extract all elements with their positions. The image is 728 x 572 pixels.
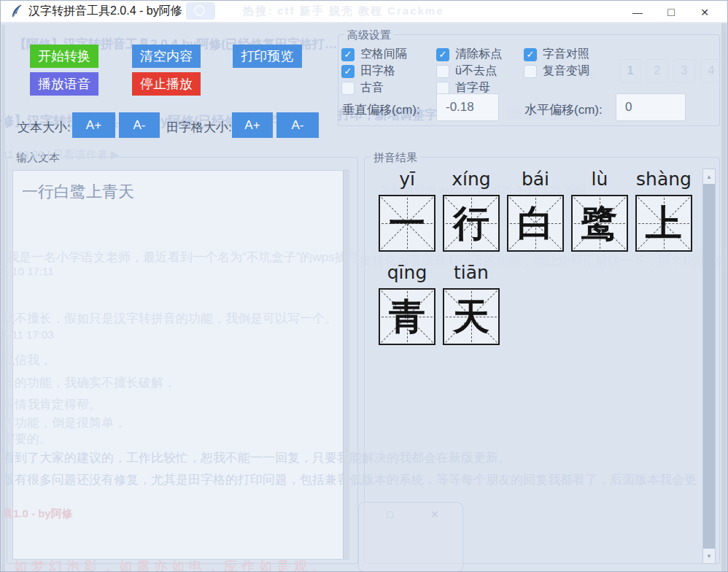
pinyin-cell: qīng 青 bbox=[379, 260, 435, 345]
pinyin-cell: yī 一 bbox=[379, 167, 435, 252]
window-title: 汉字转拼音工具2.0.4 - by阿修 bbox=[28, 4, 182, 19]
chinese-character: 白 bbox=[508, 196, 562, 250]
pinyin-scrollbar[interactable]: ▲ ▼ bbox=[702, 169, 716, 564]
checkbox-box bbox=[524, 65, 537, 78]
pinyin-label: tiān bbox=[443, 260, 500, 288]
pinyin-cell: shàng 上 bbox=[635, 167, 692, 252]
window-left-edge bbox=[1, 25, 5, 572]
checkbox-box bbox=[341, 82, 355, 95]
tianzige-grid: 天 bbox=[443, 288, 500, 345]
tianzige-grid: 一 bbox=[379, 195, 435, 252]
checkbox-tianzige[interactable]: 田字格 bbox=[341, 63, 395, 79]
tianzige-grid: 行 bbox=[443, 195, 500, 252]
pinyin-cell: tiān 天 bbox=[443, 260, 500, 345]
window-right-edge bbox=[721, 23, 727, 572]
tianzige-grid: 青 bbox=[379, 288, 435, 345]
text-size-increase-button[interactable]: A+ bbox=[72, 112, 115, 138]
start-convert-button[interactable]: 开始转换 bbox=[30, 45, 98, 68]
text-size-decrease-button[interactable]: A- bbox=[119, 112, 160, 138]
tianzige-grid: 上 bbox=[635, 195, 692, 252]
ghost-icon-blob bbox=[507, 107, 522, 119]
pinyin-result-legend: 拼音结果 bbox=[371, 151, 420, 165]
app-icon-feather bbox=[10, 4, 23, 18]
pinyin-cell: xíng 行 bbox=[443, 167, 500, 252]
window-controls: — □ ✕ bbox=[621, 1, 721, 23]
ghost-hot-search-text: 热搜: ctf 新手 脱壳 教程 Crackme bbox=[243, 4, 444, 18]
app-window: 热搜: ctf 新手 脱壳 教程 Crackme 汉字转拼音工具2.0.4 - … bbox=[0, 0, 728, 572]
vertical-offset-label: 垂直偏移(cm): bbox=[342, 101, 420, 118]
pinyin-cells-container: yī 一 xíng 行 bái 白 lù 鹭 shàng 上 qīng 青 ti… bbox=[379, 167, 701, 345]
close-button[interactable]: ✕ bbox=[688, 1, 721, 23]
ghost-page-number: 2 bbox=[646, 59, 668, 82]
pinyin-label: xíng bbox=[443, 167, 500, 195]
minimize-button[interactable]: — bbox=[621, 1, 654, 23]
pinyin-label: lù bbox=[571, 167, 628, 195]
chinese-character: 上 bbox=[637, 196, 691, 250]
grid-size-label: 田字格大小: bbox=[166, 119, 232, 136]
horizontal-offset-input[interactable] bbox=[616, 93, 686, 121]
input-text-legend: 输入文本 bbox=[13, 151, 63, 165]
grid-size-decrease-button[interactable]: A- bbox=[276, 112, 319, 138]
chinese-character: 一 bbox=[380, 196, 434, 250]
checkbox-clear-punctuation[interactable]: 清除标点 bbox=[436, 47, 502, 62]
pinyin-label: qīng bbox=[379, 260, 435, 288]
checkbox-box bbox=[436, 82, 449, 95]
tianzige-grid: 白 bbox=[507, 195, 564, 252]
ghost-window: □✕ bbox=[358, 502, 463, 572]
checkbox-space-gap[interactable]: 空格间隔 bbox=[341, 47, 407, 62]
checkbox-box bbox=[341, 65, 355, 78]
pinyin-cell: bái 白 bbox=[507, 167, 564, 252]
input-scrollbar[interactable] bbox=[343, 171, 349, 559]
chinese-character: 鹭 bbox=[573, 196, 627, 250]
pinyin-label: bái bbox=[507, 167, 564, 195]
input-textarea[interactable]: 一行白鹭上青天 bbox=[12, 170, 349, 560]
scroll-up-icon[interactable]: ▲ bbox=[703, 169, 715, 184]
checkbox-ancient-sound[interactable]: 古音 bbox=[341, 80, 384, 96]
ghost-search-icon bbox=[186, 2, 215, 20]
play-voice-button[interactable]: 播放语音 bbox=[30, 72, 98, 96]
chinese-character: 天 bbox=[444, 290, 498, 344]
clear-content-button[interactable]: 清空内容 bbox=[132, 45, 201, 68]
ghost-page-number: 4 bbox=[700, 59, 722, 82]
ghost-page-number: 3 bbox=[673, 59, 695, 82]
vertical-offset-input[interactable] bbox=[436, 93, 499, 121]
chinese-character: 行 bbox=[444, 196, 498, 250]
scroll-down-icon[interactable]: ▼ bbox=[703, 549, 715, 563]
chinese-character: 青 bbox=[380, 290, 434, 344]
pinyin-cell: lù 鹭 bbox=[571, 167, 628, 252]
pinyin-label: yī bbox=[379, 167, 435, 195]
grid-size-increase-button[interactable]: A+ bbox=[232, 112, 273, 138]
checkbox-char-pinyin-compare[interactable]: 字音对照 bbox=[524, 47, 589, 62]
horizontal-offset-label: 水平偏移(cm): bbox=[524, 101, 603, 118]
checkbox-box bbox=[341, 48, 355, 61]
checkbox-box bbox=[524, 48, 537, 61]
advanced-settings-legend: 高级设置 bbox=[344, 28, 394, 42]
ghost-page-number: 1 bbox=[619, 59, 641, 82]
checkbox-box bbox=[436, 65, 449, 78]
stop-play-button[interactable]: 停止播放 bbox=[132, 72, 201, 96]
checkbox-polyphone-tone[interactable]: 复音变调 bbox=[524, 63, 589, 79]
titlebar: 热搜: ctf 新手 脱壳 教程 Crackme 汉字转拼音工具2.0.4 - … bbox=[1, 1, 727, 23]
pinyin-label: shàng bbox=[635, 167, 692, 195]
checkbox-box bbox=[436, 48, 449, 61]
checkbox-umlaut-keep-dots[interactable]: ü不去点 bbox=[436, 63, 497, 79]
print-preview-button[interactable]: 打印预览 bbox=[233, 45, 302, 68]
text-size-label: 文本大小: bbox=[18, 119, 71, 136]
maximize-button[interactable]: □ bbox=[654, 1, 688, 23]
tianzige-grid: 鹭 bbox=[571, 195, 628, 252]
